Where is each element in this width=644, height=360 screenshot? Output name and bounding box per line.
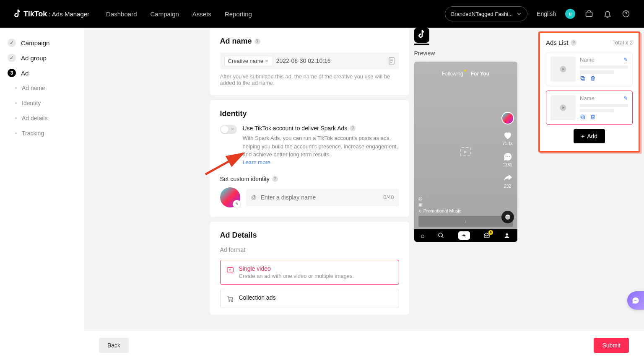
format-collection-ads[interactable]: Collection ads bbox=[220, 289, 399, 308]
check-icon: ✓ bbox=[8, 54, 16, 62]
left-sidebar: ✓ Campaign ✓ Ad group 3 Ad Ad name Ident… bbox=[0, 28, 84, 360]
nav-campaign[interactable]: Campaign bbox=[150, 10, 179, 18]
inbox-icon bbox=[483, 232, 490, 239]
identity-avatar[interactable] bbox=[220, 187, 240, 207]
at-tag-icon: @ bbox=[418, 197, 513, 201]
display-name-input[interactable] bbox=[260, 194, 380, 201]
svg-point-18 bbox=[634, 300, 635, 301]
ad-name-value[interactable]: 2022-06-30 02:10:16 bbox=[276, 57, 384, 64]
substep-identity[interactable]: Identity bbox=[13, 96, 84, 111]
ads-list-title: Ads List bbox=[546, 39, 568, 46]
preview-following: Following bbox=[442, 71, 463, 77]
ads-list-item[interactable]: Name ✎ bbox=[546, 52, 633, 86]
nav-dashboard[interactable]: Dashboard bbox=[106, 10, 137, 18]
edit-icon[interactable]: ✎ bbox=[623, 95, 628, 101]
ad-name-card: Ad name ? Creative name × 2022-06-30 02:… bbox=[210, 28, 409, 95]
ad-name-title: Ad name bbox=[220, 37, 252, 46]
svg-point-10 bbox=[506, 233, 508, 236]
preview-label: Preview bbox=[414, 50, 435, 57]
submit-button[interactable]: Submit bbox=[594, 338, 629, 353]
ad-name-input-row: Creative name × 2022-06-30 02:10:16 bbox=[220, 52, 399, 69]
svg-point-4 bbox=[229, 300, 230, 301]
ad-format-label: Ad format bbox=[220, 246, 399, 253]
help-icon[interactable]: ? bbox=[254, 39, 260, 44]
ad-details-card: Ad Details Ad format Single video Create… bbox=[210, 222, 409, 315]
video-placeholder-icon bbox=[460, 147, 471, 156]
share-icon bbox=[503, 173, 513, 183]
substep-adname[interactable]: Ad name bbox=[13, 80, 84, 96]
chat-fab[interactable] bbox=[627, 291, 644, 310]
brand-sub: : Ads Manager bbox=[49, 10, 89, 18]
svg-point-5 bbox=[231, 300, 232, 301]
search-icon bbox=[438, 232, 444, 239]
step-ad[interactable]: 3 Ad bbox=[0, 65, 84, 80]
svg-point-9 bbox=[439, 233, 442, 237]
image-tag-icon: ▣ bbox=[418, 202, 513, 207]
ad-thumbnail bbox=[551, 57, 576, 82]
format-title: Collection ads bbox=[239, 294, 276, 301]
copy-icon[interactable] bbox=[580, 114, 586, 120]
nav-assets[interactable]: Assets bbox=[192, 10, 211, 18]
brand-name: TikTok bbox=[23, 10, 47, 18]
nav-reporting[interactable]: Reporting bbox=[225, 10, 252, 18]
display-name-input-wrap: @ 0/40 bbox=[246, 189, 399, 206]
svg-point-6 bbox=[506, 156, 506, 157]
cta-bar: › bbox=[418, 216, 513, 227]
identity-card: Identity ✕ Use TikTok account to deliver… bbox=[210, 100, 409, 217]
top-right: BrandedNTagged Fashi... English u bbox=[445, 6, 631, 21]
preview-foryou: For You bbox=[471, 71, 489, 77]
user-avatar[interactable]: u bbox=[565, 9, 575, 19]
phone-bottom-nav: ⌂ + bbox=[414, 229, 517, 242]
bell-icon[interactable] bbox=[603, 9, 612, 18]
logo: TikTok : Ads Manager bbox=[13, 9, 89, 18]
top-bar: TikTok : Ads Manager Dashboard Campaign … bbox=[0, 0, 644, 28]
remove-chip-icon[interactable]: × bbox=[265, 58, 268, 64]
help-icon[interactable]: ? bbox=[350, 125, 356, 131]
template-icon[interactable] bbox=[388, 57, 395, 65]
help-icon[interactable]: ? bbox=[571, 40, 576, 46]
ad-details-title: Ad Details bbox=[220, 231, 399, 240]
svg-rect-13 bbox=[581, 76, 584, 79]
briefcase-icon[interactable] bbox=[584, 9, 594, 18]
tiktok-app-icon[interactable] bbox=[414, 28, 429, 43]
chevron-down-icon bbox=[517, 12, 521, 16]
ads-list-item[interactable]: Name ✎ bbox=[546, 91, 633, 125]
back-button[interactable]: Back bbox=[99, 338, 129, 353]
phone-preview: Following For You 71.1k 1281 bbox=[414, 62, 517, 242]
ads-list-total: Total x 2 bbox=[613, 39, 633, 46]
delete-icon[interactable] bbox=[590, 114, 596, 120]
step-number: 3 bbox=[8, 69, 16, 77]
char-counter: 0/40 bbox=[383, 194, 394, 200]
video-icon bbox=[226, 266, 234, 274]
svg-rect-12 bbox=[582, 78, 585, 80]
copy-icon[interactable] bbox=[580, 75, 586, 81]
substep-tracking[interactable]: Tracking bbox=[13, 126, 84, 141]
svg-point-20 bbox=[636, 300, 637, 301]
step-adgroup[interactable]: ✓ Ad group bbox=[0, 50, 84, 65]
creative-name-chip: Creative name × bbox=[224, 56, 272, 66]
account-name: BrandedNTagged Fashi... bbox=[451, 11, 513, 17]
spark-ads-toggle[interactable]: ✕ bbox=[220, 125, 237, 134]
svg-rect-16 bbox=[581, 115, 584, 118]
add-ad-button[interactable]: + Add bbox=[574, 129, 605, 143]
language-selector[interactable]: English bbox=[537, 10, 556, 17]
svg-point-19 bbox=[635, 300, 636, 301]
chat-icon bbox=[631, 296, 640, 305]
check-icon: ✓ bbox=[8, 39, 16, 47]
footer-bar: Back Submit bbox=[84, 331, 644, 360]
substep-addetails[interactable]: Ad details bbox=[13, 111, 84, 126]
help-icon[interactable] bbox=[621, 9, 631, 18]
main-content: Ad name ? Creative name × 2022-06-30 02:… bbox=[84, 28, 644, 360]
format-title: Single video bbox=[239, 265, 354, 272]
delete-icon[interactable] bbox=[590, 75, 596, 81]
help-icon[interactable]: ? bbox=[272, 176, 278, 182]
account-selector[interactable]: BrandedNTagged Fashi... bbox=[445, 6, 527, 21]
top-nav: Dashboard Campaign Assets Reporting bbox=[106, 10, 252, 18]
svg-point-8 bbox=[509, 156, 510, 157]
edit-icon[interactable]: ✎ bbox=[623, 57, 628, 63]
step-campaign[interactable]: ✓ Campaign bbox=[0, 35, 84, 50]
preview-column: Preview Following For You 71.1k bbox=[414, 28, 517, 242]
format-single-video[interactable]: Single video Create an ad with one video… bbox=[220, 260, 399, 285]
learn-more-link[interactable]: Learn more bbox=[243, 159, 270, 166]
create-icon: + bbox=[458, 231, 470, 240]
